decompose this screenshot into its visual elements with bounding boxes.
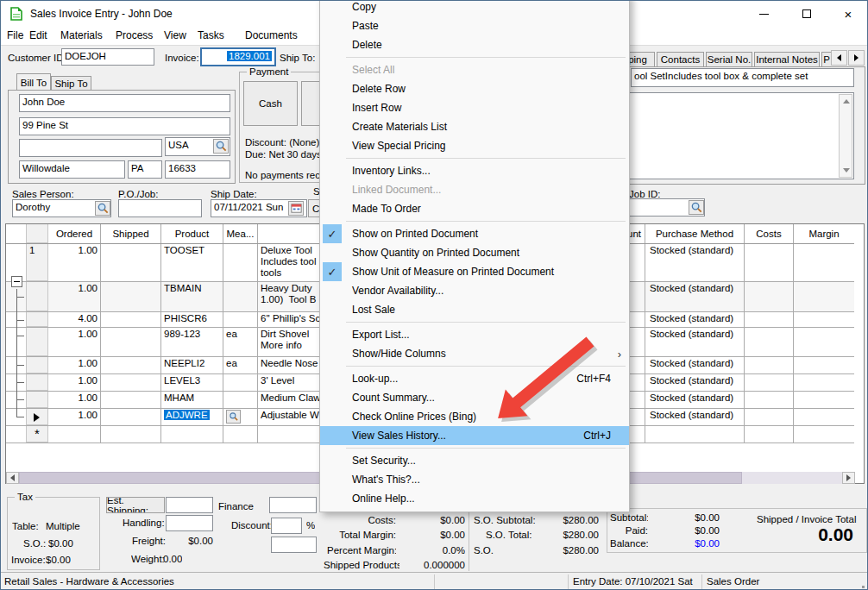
measure-cell[interactable] — [223, 244, 258, 281]
description-cell[interactable]: Needle Nose — [258, 357, 327, 373]
customer-id-field[interactable]: DOEJOH — [61, 48, 154, 66]
row-number-cell[interactable] — [26, 374, 48, 391]
tab-p-clipped[interactable]: P — [821, 52, 831, 66]
description-cell[interactable]: 6'' Phillip's Sc — [258, 312, 327, 327]
grid-header-product[interactable]: Product — [161, 224, 223, 243]
menu-item-vendor-availability[interactable]: Vendor Availability... — [320, 281, 629, 300]
menu-item-check-online-prices[interactable]: Check Online Prices (Bing) — [320, 407, 629, 426]
ordered-cell[interactable]: 1.00 — [48, 328, 101, 356]
product-cell[interactable]: PHISCR6 — [161, 312, 223, 327]
menu-item-inventory-links[interactable]: Inventory Links... — [320, 161, 629, 180]
menu-item-delete-row[interactable]: Delete Row — [320, 79, 629, 98]
row-number-cell[interactable] — [26, 357, 48, 373]
grid-header-purchase-method[interactable]: Purchase Method — [645, 224, 745, 243]
job-id-lookup-button[interactable] — [689, 200, 704, 215]
shipped-cell[interactable] — [101, 374, 161, 391]
menubar-materials[interactable]: Materials — [60, 29, 103, 41]
tab-contacts[interactable]: Contacts — [657, 52, 704, 66]
tab-scroll-left-button[interactable] — [831, 50, 847, 66]
menubar-view[interactable]: View — [164, 29, 186, 41]
grid-header-shipped[interactable]: Shipped — [101, 224, 161, 243]
bill-to-line3-field[interactable] — [19, 139, 162, 157]
notes-scrollbar[interactable] — [839, 94, 852, 178]
costs-cell[interactable] — [745, 426, 794, 442]
purchase-method-cell[interactable]: Stocked (standard) — [645, 328, 745, 356]
product-cell[interactable]: MHAM — [161, 392, 223, 408]
menu-item-linked-document[interactable]: Linked Document... — [320, 180, 629, 199]
menu-item-show-on-printed-document[interactable]: ✓Show on Printed Document — [320, 224, 629, 243]
bill-to-street-field[interactable]: 99 Pine St — [19, 117, 230, 135]
grid-header-costs[interactable]: Costs — [745, 224, 794, 243]
invoice-number-field[interactable]: 1829.001 — [200, 47, 276, 66]
menu-item-show-quantity-on-printed-document[interactable]: Show Quantity on Printed Document — [320, 243, 629, 262]
menu-item-lost-sale[interactable]: Lost Sale — [320, 300, 629, 319]
row-number-cell[interactable] — [26, 312, 48, 327]
menubar-process[interactable]: Process — [116, 29, 153, 41]
est-shipping-button[interactable]: Est. Shipping: — [106, 497, 165, 513]
ordered-cell[interactable]: 1.00 — [48, 282, 101, 311]
menu-item-set-security[interactable]: Set Security... — [320, 451, 629, 470]
measure-cell[interactable] — [223, 409, 258, 425]
bill-to-name-field[interactable]: John Doe — [19, 94, 230, 112]
menu-item-count-summary[interactable]: Count Summary... — [320, 388, 629, 407]
margin-cell[interactable] — [794, 426, 854, 442]
grid-header-margin[interactable]: Margin — [794, 224, 854, 243]
margin-cell[interactable] — [794, 282, 854, 311]
measure-cell[interactable] — [223, 312, 258, 327]
shipped-cell[interactable] — [101, 426, 161, 442]
ordered-cell[interactable]: 1.00 — [48, 409, 101, 425]
item-description-field[interactable]: ool SetIncludes tool box & complete set — [631, 68, 854, 87]
ordered-cell[interactable]: 1.00 — [48, 244, 101, 281]
costs-cell[interactable] — [745, 328, 794, 356]
margin-cell[interactable] — [794, 357, 854, 373]
menu-item-export-list[interactable]: Export List... — [320, 325, 629, 344]
menu-item-show-hide-columns[interactable]: Show/Hide Columns› — [320, 344, 629, 363]
tab-serial-no[interactable]: Serial No. — [706, 52, 752, 66]
bill-to-city-field[interactable]: Willowdale — [19, 160, 125, 179]
row-number-cell[interactable] — [26, 328, 48, 356]
purchase-method-cell[interactable]: Stocked (standard) — [645, 244, 745, 281]
product-cell[interactable]: LEVEL3 — [161, 374, 223, 391]
costs-cell[interactable] — [745, 312, 794, 327]
margin-cell[interactable] — [794, 392, 854, 408]
menubar-tasks[interactable]: Tasks — [198, 29, 224, 41]
purchase-method-cell[interactable]: Stocked (standard) — [645, 409, 745, 425]
est-shipping-field[interactable] — [166, 497, 213, 513]
menubar-file[interactable]: File — [7, 29, 23, 41]
bill-to-zip-field[interactable]: 16633 — [165, 160, 230, 179]
costs-cell[interactable] — [745, 409, 794, 425]
row-number-cell[interactable] — [26, 282, 48, 311]
scroll-left-button[interactable] — [6, 472, 19, 484]
purchase-method-cell[interactable]: Stocked (standard) — [645, 282, 745, 311]
shipped-cell[interactable] — [101, 357, 161, 373]
ordered-cell[interactable]: 1.00 — [48, 392, 101, 408]
tab-scroll-right-button[interactable] — [848, 50, 865, 66]
costs-cell[interactable] — [745, 244, 794, 281]
cash-payment-button[interactable]: Cash — [243, 81, 298, 126]
purchase-method-cell[interactable]: Stocked (standard) — [645, 392, 745, 408]
handling-field[interactable] — [166, 515, 213, 531]
shipped-cell[interactable] — [101, 409, 161, 425]
shipped-cell[interactable] — [101, 282, 161, 311]
tree-collapse-icon[interactable] — [11, 276, 22, 287]
discount-field[interactable] — [271, 518, 302, 534]
margin-cell[interactable] — [794, 312, 854, 327]
menu-item-view-sales-history[interactable]: View Sales History...Ctrl+J — [320, 426, 629, 445]
measure-cell[interactable]: ea — [223, 328, 258, 356]
row-number-cell[interactable] — [26, 392, 48, 408]
menubar-edit[interactable]: Edit — [29, 29, 47, 41]
description-cell[interactable]: Adjustable W — [258, 409, 327, 425]
menu-item-select-all[interactable]: Select All — [320, 60, 629, 79]
po-job-field[interactable] — [118, 199, 202, 217]
scroll-right-button[interactable] — [842, 472, 855, 484]
measure-cell[interactable]: ea — [223, 357, 258, 373]
menu-item-look-up[interactable]: Look-up...Ctrl+F4 — [320, 369, 629, 388]
discount-amount-field[interactable] — [271, 537, 317, 553]
minimize-button[interactable] — [745, 1, 783, 27]
menu-item-online-help[interactable]: Online Help... — [320, 489, 629, 508]
row-number-cell[interactable]: 1 — [26, 244, 48, 281]
resize-grip-icon[interactable] — [862, 586, 865, 588]
costs-cell[interactable] — [745, 357, 794, 373]
finance-field[interactable] — [269, 497, 317, 513]
product-lookup-button[interactable] — [226, 410, 241, 424]
